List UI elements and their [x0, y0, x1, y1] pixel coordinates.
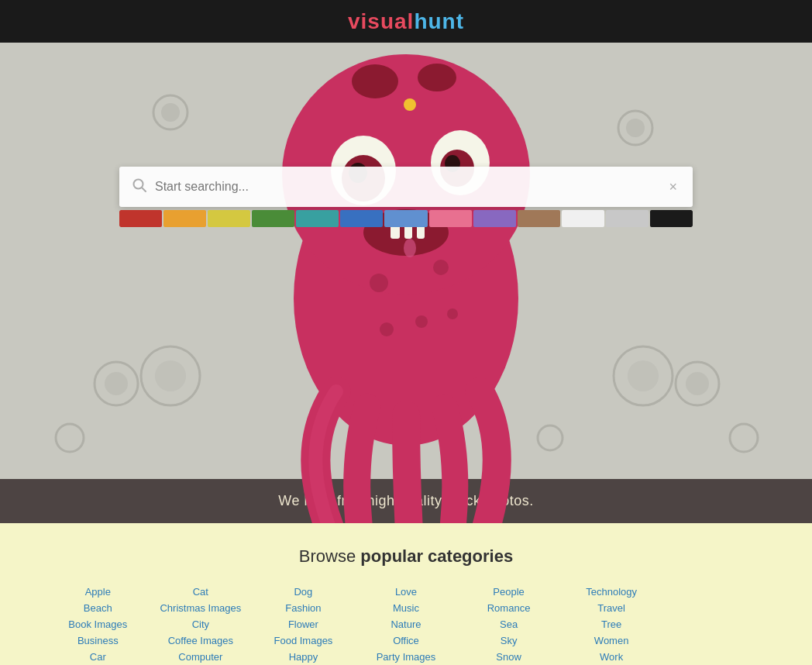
color-filter-bar: [119, 210, 693, 227]
category-link-people[interactable]: People: [493, 586, 524, 598]
svg-line-37: [142, 188, 146, 191]
categories-title-plain: Browse: [299, 546, 360, 566]
search-bar: ×: [119, 167, 693, 207]
category-link-music[interactable]: Music: [393, 602, 419, 614]
category-link-love[interactable]: Love: [395, 586, 417, 598]
category-link-technology[interactable]: Technology: [586, 586, 637, 598]
clear-search-button[interactable]: ×: [666, 176, 680, 198]
color-swatch-yellow[interactable]: [208, 210, 250, 227]
svg-point-31: [433, 260, 449, 275]
color-swatch-lightgray[interactable]: [606, 210, 649, 227]
category-link-sea[interactable]: Sea: [500, 618, 518, 630]
category-link-office[interactable]: Office: [393, 635, 419, 646]
categories-title: Browse popular categories: [46, 546, 766, 567]
svg-point-10: [105, 372, 128, 395]
category-link-flower[interactable]: Flower: [288, 618, 318, 630]
svg-point-29: [404, 239, 416, 257]
category-link-beach[interactable]: Beach: [84, 602, 112, 614]
category-link-food-images[interactable]: Food Images: [274, 635, 332, 646]
svg-point-11: [626, 119, 645, 137]
category-link-snow[interactable]: Snow: [496, 651, 521, 663]
header: visualhunt: [0, 0, 812, 43]
category-link-book-images[interactable]: Book Images: [68, 618, 127, 630]
logo-visual: visual: [348, 9, 414, 33]
category-link-travel[interactable]: Travel: [597, 602, 625, 614]
category-link-women[interactable]: Women: [594, 635, 629, 646]
svg-point-12: [686, 372, 709, 395]
svg-point-30: [370, 274, 388, 292]
category-link-business[interactable]: Business: [77, 635, 119, 646]
svg-point-5: [730, 424, 758, 452]
color-swatch-white[interactable]: [562, 210, 604, 227]
color-swatch-purple[interactable]: [473, 210, 516, 227]
svg-point-35: [404, 98, 416, 111]
svg-point-9: [161, 103, 180, 122]
color-swatch-pink[interactable]: [429, 210, 472, 227]
category-link-party-images[interactable]: Party Images: [377, 651, 436, 663]
category-link-work[interactable]: Work: [600, 651, 623, 663]
categories-grid: AppleBeachBook ImagesBusinessCarCatChris…: [46, 586, 766, 663]
category-link-fashion[interactable]: Fashion: [285, 602, 321, 614]
logo-hunt: hunt: [414, 9, 464, 33]
category-link-christmas-images[interactable]: Christmas Images: [160, 602, 241, 614]
color-swatch-blue2[interactable]: [384, 210, 427, 227]
category-link-computer[interactable]: Computer: [178, 651, 222, 663]
hero-section: × We hunt free high quality stock photos…: [0, 43, 812, 523]
category-link-nature[interactable]: Nature: [391, 618, 421, 630]
category-link-apple[interactable]: Apple: [85, 586, 111, 598]
category-link-tree[interactable]: Tree: [601, 618, 621, 630]
svg-point-17: [352, 64, 398, 98]
color-swatch-black[interactable]: [650, 210, 693, 227]
category-link-car[interactable]: Car: [90, 651, 106, 663]
color-swatch-orange[interactable]: [163, 210, 206, 227]
monster-illustration: [243, 43, 569, 523]
color-swatch-red[interactable]: [119, 210, 162, 227]
categories-section: Browse popular categories AppleBeachBook…: [0, 523, 812, 665]
categories-title-bold: popular categories: [360, 546, 513, 566]
color-swatch-blue[interactable]: [340, 210, 383, 227]
search-wrapper: ×: [119, 167, 693, 227]
search-icon: [132, 177, 147, 197]
category-column-3: LoveMusicNatureOfficeParty Images: [355, 586, 458, 663]
category-link-sky[interactable]: Sky: [501, 635, 518, 646]
category-link-city[interactable]: City: [192, 618, 209, 630]
category-link-coffee-images[interactable]: Coffee Images: [168, 635, 233, 646]
svg-point-34: [447, 308, 458, 319]
category-column-0: AppleBeachBook ImagesBusinessCar: [46, 586, 150, 663]
category-column-2: DogFashionFlowerFood ImagesHappy: [252, 586, 355, 663]
svg-point-33: [380, 322, 394, 336]
category-column-5: TechnologyTravelTreeWomenWork: [560, 586, 663, 663]
category-link-happy[interactable]: Happy: [289, 651, 318, 663]
logo[interactable]: visualhunt: [348, 9, 464, 34]
category-column-4: PeopleRomanceSeaSkySnow: [457, 586, 560, 663]
svg-point-14: [628, 360, 659, 391]
category-column-1: CatChristmas ImagesCityCoffee ImagesComp…: [150, 586, 253, 663]
color-swatch-brown[interactable]: [518, 210, 560, 227]
category-link-romance[interactable]: Romance: [487, 602, 531, 614]
category-link-dog[interactable]: Dog: [294, 586, 312, 598]
color-swatch-teal[interactable]: [296, 210, 339, 227]
svg-point-2: [56, 424, 84, 452]
svg-point-13: [155, 360, 186, 391]
color-swatch-green[interactable]: [252, 210, 294, 227]
svg-point-32: [415, 315, 428, 328]
svg-point-18: [418, 64, 456, 91]
search-input[interactable]: [155, 180, 666, 194]
category-link-cat[interactable]: Cat: [193, 586, 208, 598]
